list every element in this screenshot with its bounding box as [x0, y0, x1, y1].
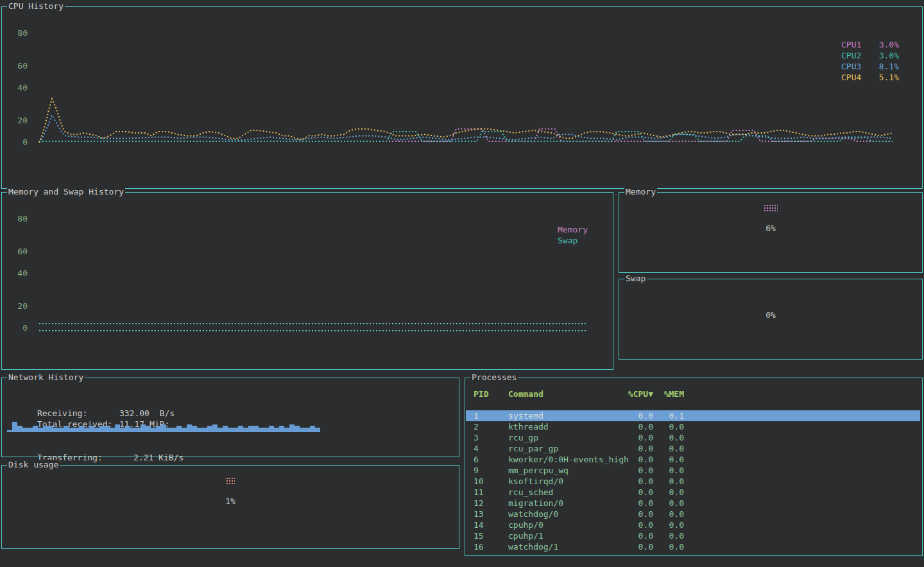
memswap-legend-item: Swap [558, 235, 588, 246]
process-row[interactable]: 9mm_percpu_wq0.00.0 [466, 465, 920, 476]
column-header-cpu-sort[interactable]: %CPU▼ [615, 388, 653, 399]
process-row[interactable]: 3rcu_gp0.00.0 [466, 432, 920, 443]
network-sparkline-bar [110, 428, 115, 432]
process-list: 1systemd0.00.12kthreadd0.00.03rcu_gp0.00… [466, 410, 920, 552]
network-sparkline-bar [300, 428, 305, 432]
process-row[interactable]: 12migration/00.00.0 [466, 498, 920, 509]
process-cpu: 0.0 [615, 465, 653, 476]
process-command: rcu_par_gp [508, 443, 615, 454]
network-sparkline-bar [69, 428, 74, 432]
network-sparkline-bar [305, 428, 310, 432]
process-row[interactable]: 1systemd0.00.1 [466, 410, 920, 421]
network-sparkline-bar [33, 426, 38, 432]
cpu-series-cpu4 [39, 99, 893, 143]
cpu-legend-name: CPU1 [841, 39, 871, 50]
cpu-legend-name: CPU2 [841, 50, 871, 61]
network-sparkline-bar [79, 426, 84, 432]
cpu-history-panel[interactable]: CPU History 806040200 CPU13.0%CPU23.0%CP… [1, 6, 923, 189]
network-sparkline-bar [135, 428, 141, 432]
network-sparkline-bar [228, 428, 233, 432]
cpu-legend-item: CPU38.1% [841, 61, 899, 72]
process-row[interactable]: 4rcu_par_gp0.00.0 [466, 443, 920, 454]
process-pid: 2 [466, 421, 508, 432]
process-mem: 0.0 [653, 421, 684, 432]
network-sparkline-bar [233, 428, 238, 432]
network-sparkline-bar [7, 430, 12, 432]
network-sparkline-bar [53, 428, 58, 432]
disk-usage-title: Disk usage [7, 460, 60, 470]
process-command: mm_percpu_wq [508, 465, 615, 476]
process-mem: 0.0 [653, 509, 684, 519]
process-cpu: 0.0 [615, 410, 653, 421]
process-cpu: 0.0 [615, 432, 653, 443]
process-command: rcu_sched [508, 487, 615, 498]
network-sparkline-bar [171, 428, 176, 432]
process-command: kthreadd [508, 421, 615, 432]
process-command: watchdog/1 [508, 541, 615, 552]
network-sparkline-bar [182, 428, 187, 432]
network-sparkline-bar [22, 428, 28, 432]
network-sparkline-bar [151, 428, 156, 432]
process-cpu: 0.0 [615, 519, 653, 530]
process-pid: 11 [466, 487, 508, 498]
process-pid: 16 [466, 541, 508, 552]
network-sparkline-bar [289, 424, 295, 432]
process-row[interactable]: 14cpuhp/00.00.0 [466, 519, 920, 530]
column-header-command[interactable]: Command [508, 388, 615, 399]
cpu-legend-item: CPU23.0% [841, 50, 899, 61]
processes-panel[interactable]: Processes PID Command %CPU▼ %MEM 1system… [465, 378, 923, 556]
process-cpu: 0.0 [615, 509, 653, 519]
network-sparkline-bar [274, 428, 279, 432]
process-row[interactable]: 15cpuhp/10.00.0 [466, 530, 920, 541]
cpu-legend: CPU13.0%CPU23.0%CPU38.1%CPU45.1% [841, 39, 899, 83]
processes-header-row: PID Command %CPU▼ %MEM [466, 388, 920, 399]
process-pid: 6 [466, 454, 508, 465]
process-mem: 0.0 [653, 432, 684, 443]
process-mem: 0.0 [653, 465, 684, 476]
process-row[interactable]: 2kthreadd0.00.0 [466, 421, 920, 432]
process-cpu: 0.0 [615, 443, 653, 454]
process-pid: 1 [466, 410, 508, 421]
process-mem: 0.0 [653, 519, 684, 530]
network-sparkline-bar [94, 428, 99, 432]
network-sparkline-bar [12, 422, 17, 432]
column-header-mem[interactable]: %MEM [653, 388, 684, 399]
swap-gauge-panel[interactable]: Swap 0% [619, 279, 923, 360]
process-command: cpuhp/0 [508, 519, 615, 530]
column-header-pid[interactable]: PID [466, 388, 508, 399]
process-pid: 13 [466, 509, 508, 519]
memory-swap-history-panel[interactable]: Memory and Swap History 806040200 Memory… [1, 192, 613, 370]
network-sparkline-bar [84, 428, 89, 432]
process-mem: 0.0 [653, 487, 684, 498]
network-sparkline-bar [269, 426, 274, 432]
network-history-panel[interactable]: Network History Receiving:332.00 B/s Tot… [1, 378, 459, 457]
cpu-legend-value: 8.1% [871, 61, 899, 72]
network-sparkline-bar [125, 426, 130, 432]
network-sparkline-bar [99, 426, 105, 432]
network-sparkline-bar [284, 428, 289, 432]
disk-usage-panel[interactable]: Disk usage 1% [1, 465, 459, 549]
process-row[interactable]: 11rcu_sched0.00.0 [466, 487, 920, 498]
memory-gauge-panel[interactable]: Memory 6% [619, 192, 923, 273]
network-sparkline-bar [259, 428, 264, 432]
network-sparkline-bar [74, 428, 79, 432]
process-command: cpuhp/1 [508, 530, 615, 541]
cpu-legend-item: CPU13.0% [841, 39, 899, 50]
network-sparkline-bar [279, 426, 284, 432]
process-row[interactable]: 13watchdog/00.00.0 [466, 509, 920, 519]
memory-gauge-dots-icon [764, 204, 778, 212]
network-sparkline-bar [64, 426, 69, 432]
process-cpu: 0.0 [615, 476, 653, 487]
process-row[interactable]: 16watchdog/10.00.0 [466, 541, 920, 552]
process-pid: 3 [466, 432, 508, 443]
swap-gauge-title: Swap [624, 274, 647, 284]
network-sparkline-bar [141, 424, 146, 432]
process-row[interactable]: 10ksoftirqd/00.00.0 [466, 476, 920, 487]
process-mem: 0.0 [653, 530, 684, 541]
cpu-legend-name: CPU3 [841, 61, 871, 72]
process-row[interactable]: 6kworker/0:0H-events_high0.00.0 [466, 454, 920, 465]
cpu-legend-value: 3.0% [871, 50, 899, 61]
network-sparkline-bar [89, 426, 94, 432]
process-pid: 15 [466, 530, 508, 541]
process-pid: 9 [466, 465, 508, 476]
